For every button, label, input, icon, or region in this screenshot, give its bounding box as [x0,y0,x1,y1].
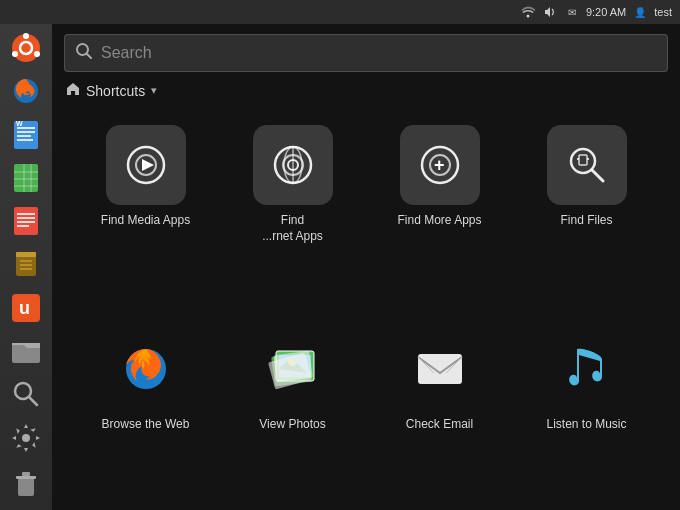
app-icon-find-more-apps: + [400,125,480,205]
svg-rect-20 [17,217,35,219]
app-label-view-photos: View Photos [259,417,326,433]
svg-rect-21 [17,221,35,223]
sound-icon [542,4,558,20]
sidebar: W [0,24,52,510]
app-item-browse-web[interactable]: Browse the Web [72,321,219,500]
breadcrumb-arrow-icon[interactable]: ▾ [151,84,157,97]
app-item-find-media-apps[interactable]: Find Media Apps [72,117,219,311]
svg-rect-63 [273,351,312,383]
svg-rect-52 [579,155,587,165]
sidebar-item-document[interactable] [4,201,48,241]
app-icon-listen-music [547,329,627,409]
svg-point-3 [34,51,40,57]
sidebar-item-unity-lens[interactable] [4,374,48,414]
app-item-find-files[interactable]: Find Files [513,117,660,311]
svg-text:u: u [19,298,30,318]
svg-point-4 [12,51,18,57]
sidebar-item-files[interactable] [4,331,48,371]
svg-rect-34 [18,478,34,496]
app-label-find-internet-apps: Find ...rnet Apps [262,213,323,244]
svg-point-2 [23,33,29,39]
search-input[interactable] [101,44,657,62]
app-item-find-internet-apps[interactable]: Find ...rnet Apps [219,117,366,311]
home-icon[interactable] [66,82,80,99]
main-content: Shortcuts ▾ Find Media Apps Find ...rnet… [52,24,680,510]
app-item-listen-music[interactable]: Listen to Music [513,321,660,500]
sidebar-item-ubuntu[interactable] [4,28,48,68]
svg-rect-7 [17,127,35,129]
svg-line-51 [592,170,603,181]
app-icon-find-internet-apps [253,125,333,205]
svg-text:W: W [16,120,23,127]
time-display: 9:20 AM [586,6,626,18]
search-icon [75,42,93,64]
app-icon-browse-web [106,329,186,409]
username-display: test [654,6,672,18]
sidebar-item-settings[interactable] [4,417,48,457]
svg-rect-9 [17,135,31,137]
svg-rect-24 [16,252,36,257]
svg-rect-19 [17,213,35,215]
svg-line-32 [29,397,37,405]
sidebar-item-firefox[interactable] [4,71,48,111]
app-label-browse-web: Browse the Web [102,417,190,433]
svg-line-38 [87,54,92,59]
svg-rect-36 [22,472,30,476]
sidebar-item-trash[interactable] [4,464,48,504]
app-icon-check-email [400,329,480,409]
app-label-find-media-apps: Find Media Apps [101,213,190,229]
svg-rect-12 [14,164,38,192]
svg-marker-41 [142,159,154,171]
svg-rect-22 [17,225,29,227]
svg-point-33 [22,434,30,442]
breadcrumb-label: Shortcuts [86,83,145,99]
sidebar-item-software-center[interactable]: u [4,288,48,328]
app-label-listen-music: Listen to Music [546,417,626,433]
envelope-icon: ✉ [564,4,580,20]
top-panel: ✉ 9:20 AM 👤 test [0,0,680,24]
wifi-icon [520,4,536,20]
app-item-find-more-apps[interactable]: + Find More Apps [366,117,513,311]
apps-grid: Find Media Apps Find ...rnet Apps + Find… [52,107,680,510]
sidebar-item-archive[interactable] [4,244,48,284]
app-icon-find-files [547,125,627,205]
svg-text:+: + [434,155,445,175]
svg-rect-8 [17,131,35,133]
svg-rect-10 [17,139,33,141]
search-bar[interactable] [64,34,668,72]
app-label-check-email: Check Email [406,417,473,433]
svg-rect-64 [418,354,462,384]
user-icon: 👤 [632,4,648,20]
app-icon-view-photos [253,329,333,409]
app-item-view-photos[interactable]: View Photos [219,321,366,500]
sidebar-item-writer[interactable]: W [4,115,48,155]
breadcrumb: Shortcuts ▾ [52,78,680,107]
system-tray: ✉ 9:20 AM 👤 test [520,4,672,20]
app-label-find-files: Find Files [560,213,612,229]
app-icon-find-media-apps [106,125,186,205]
app-label-find-more-apps: Find More Apps [397,213,481,229]
app-item-check-email[interactable]: Check Email [366,321,513,500]
svg-rect-35 [16,476,36,479]
sidebar-item-calc[interactable] [4,158,48,198]
